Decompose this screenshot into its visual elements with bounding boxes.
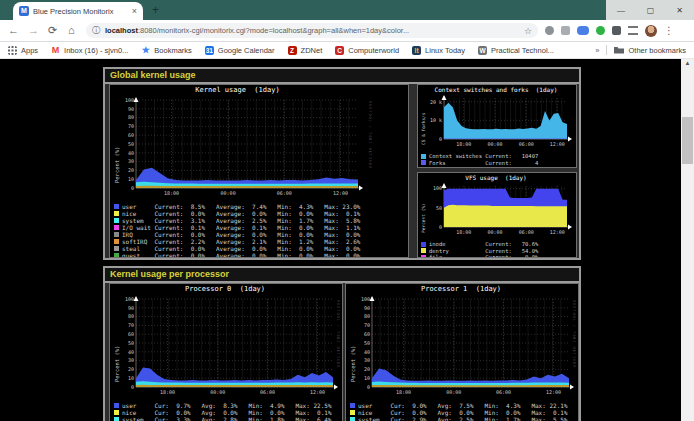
svg-text:50: 50 [436,205,442,211]
svg-text:0: 0 [131,185,134,191]
legend-row-file: file Current: 0.0% [421,254,538,258]
bookmark-zdnet[interactable]: ZZDNet [288,46,323,55]
svg-text:20: 20 [128,366,134,372]
svg-text:0: 0 [367,384,370,390]
ext-icon-4[interactable] [596,26,605,35]
home-icon[interactable]: ⌂ [68,24,75,36]
legend-text: inode Current: 70.6% [429,241,538,247]
legend-row-steal: steal Current: 0.0% Average: 0.0% Min: 0… [114,245,360,252]
profile-avatar[interactable] [645,25,657,37]
bookmark-computerworld[interactable]: CComputerworld [335,46,399,55]
legend-text: Context switches Current: 10407 [429,153,538,159]
ext-icon-1[interactable] [545,26,554,35]
bookmark-label: Inbox (16) - sjvn0... [64,46,128,55]
legend-swatch [114,232,119,237]
browser-tab[interactable]: M Blue Precision Monitorix × [13,2,143,20]
svg-text:12:00: 12:00 [550,141,565,147]
page-scrollbar[interactable]: ▲ [681,59,694,421]
svg-text:00:00: 00:00 [446,389,461,395]
svg-text:100: 100 [125,296,134,302]
legend-row-nice: nice Current: 0.0% Average: 0.0% Min: 0.… [114,210,360,217]
scrollbar-up-arrow-icon[interactable]: ▲ [681,60,694,66]
bookmark-linuxtoday[interactable]: ltLinux Today [412,46,465,55]
apps-shortcut[interactable]: Apps [8,46,38,55]
tab-close-icon[interactable]: × [132,6,137,16]
maximize-button[interactable]: ▢ [647,6,655,15]
legend-text: guest Current: 0.0% Average: 0.0% Min: 0… [122,252,360,258]
forward-icon[interactable]: → [28,24,39,36]
graph-vfs-usage[interactable]: VFS usage (1day) Percent (%) 05010018:00… [417,172,577,258]
kernel-usage-legend: user Current: 8.5% Average: 7.4% Min: 4.… [114,203,360,258]
ext-icon-5[interactable] [612,26,621,35]
svg-text:20 k: 20 k [430,99,442,105]
page-info-icon[interactable]: ⓘ [92,25,100,36]
bookmark-gmail[interactable]: MInbox (16) - sjvn0... [51,46,128,55]
context-switches-legend: Context switches Current: 10407Forks Cur… [421,153,538,166]
legend-text: nice Cur: 0.0% Avg: 0.0% Min: 0.0% Max: … [358,409,568,416]
legend-swatch [114,225,119,230]
svg-text:10: 10 [128,375,134,381]
legend-swatch [114,246,119,251]
legend-swatch [350,410,355,415]
other-bookmarks-button[interactable]: Other bookmarks [628,46,686,55]
url-text: localhost:8080/monitorix-cgi/monitorix.c… [105,26,520,35]
vfs-usage-legend: inode Current: 70.6%dentry Current: 54.0… [421,241,538,258]
linuxtoday-icon: lt [412,46,421,55]
legend-swatch [114,218,119,223]
bookmark-star[interactable]: ★Bookmarks [141,46,192,55]
legend-swatch [350,417,355,421]
ext-icon-6[interactable] [628,26,638,35]
legend-row-guest: guest Current: 0.0% Average: 0.0% Min: 0… [114,252,360,258]
bookmark-label: Linux Today [425,46,465,55]
svg-text:0: 0 [131,384,134,390]
close-button[interactable]: ✕ [676,6,683,15]
graph-kernel-usage[interactable]: Kernel usage (1day) Percent (%) 01020304… [109,84,409,258]
legend-row-user: user Current: 8.5% Average: 7.4% Min: 4.… [114,203,360,210]
processor-1-plot: 010203040506070809010018:0000:0006:0012:… [346,294,576,399]
graph-processor-1[interactable]: Processor 1 (1day) Percent (%) 010203040… [345,283,579,421]
reload-icon[interactable]: ⟳ [48,24,57,37]
legend-row-dentry: dentry Current: 54.0% [421,248,538,255]
minimize-button[interactable]: — [617,6,625,15]
folder-icon [614,46,624,54]
svg-text:30: 30 [128,158,134,164]
ext-icon-3[interactable] [577,26,589,35]
graph-context-switches[interactable]: Context switches and forks (1day) CS & f… [417,84,577,168]
legend-text: user Cur: 9.7% Avg: 8.3% Min: 4.9% Max: … [122,402,332,409]
gmail-icon: M [51,46,60,55]
legend-row-irq: IRQ Current: 0.0% Average: 0.0% Min: 0.0… [114,231,360,238]
new-tab-button[interactable]: + [152,3,159,17]
svg-text:80: 80 [128,114,134,120]
svg-text:06:00: 06:00 [260,389,275,395]
bookmark-star-icon[interactable]: ☆ [524,26,532,36]
legend-swatch [114,239,119,244]
section-kernel-usage-per-processor: Kernel usage per processor Processor 0 (… [103,266,581,421]
bookmarks-bar: Apps MInbox (16) - sjvn0...★Bookmarks31G… [0,42,694,59]
window-titlebar: M Blue Precision Monitorix × + — ▢ ✕ [0,0,694,20]
back-icon[interactable]: ← [8,24,19,36]
svg-text:00:00: 00:00 [210,389,225,395]
svg-text:30: 30 [128,357,134,363]
bookmark-wordpress[interactable]: WPractical Technol... [478,46,554,55]
address-bar[interactable]: ⓘ localhost:8080/monitorix-cgi/monitorix… [86,23,538,38]
processor-0-legend: user Cur: 9.7% Avg: 8.3% Min: 4.9% Max: … [114,402,332,421]
legend-row-nice: nice Cur: 0.0% Avg: 0.0% Min: 0.0% Max: … [350,409,568,416]
svg-text:90: 90 [128,305,134,311]
legend-swatch [421,248,426,253]
graph-processor-0[interactable]: Processor 0 (1day) Percent (%) 010203040… [109,283,343,421]
svg-text:50: 50 [128,141,134,147]
rrdtool-watermark: RRDTOOL / TOBI OETIKER [572,300,576,368]
bookmarks-overflow-icon[interactable]: » [595,46,599,55]
legend-text: softIRQ Current: 2.2% Average: 2.1% Min:… [122,238,360,245]
svg-text:06:00: 06:00 [519,141,534,147]
scrollbar-thumb[interactable] [682,117,693,164]
svg-text:06:00: 06:00 [519,229,534,235]
monitorix-favicon-icon: M [19,6,29,16]
browser-menu-icon[interactable]: ⋮ [664,25,674,36]
legend-text: system Current: 3.1% Average: 2.5% Min: … [122,217,360,224]
svg-text:06:00: 06:00 [277,190,292,196]
apps-grid-icon [8,46,17,55]
ext-icon-2[interactable] [561,26,570,35]
svg-text:18:00: 18:00 [456,229,471,235]
bookmark-calendar[interactable]: 31Google Calendar [205,46,275,55]
